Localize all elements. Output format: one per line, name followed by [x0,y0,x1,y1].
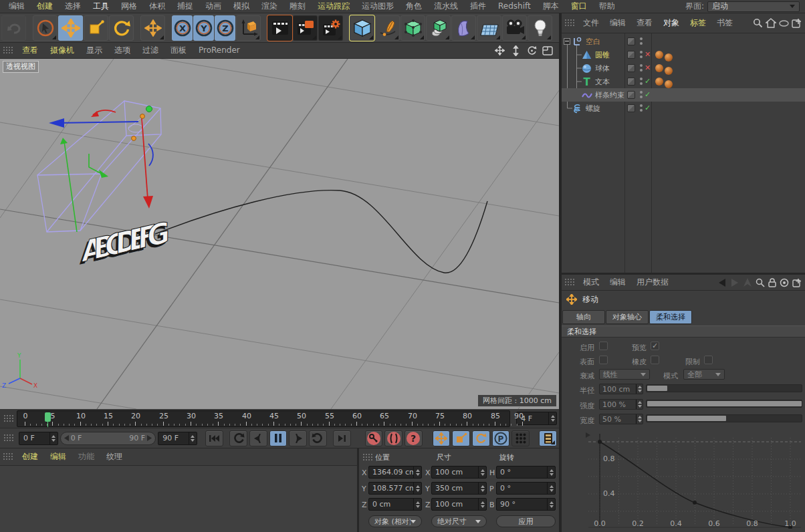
pos-x-field[interactable]: 1364.09 cm [368,466,422,479]
new-panel-icon[interactable] [792,18,802,28]
record-position-toggle[interactable] [433,430,451,446]
lock-x-axis-button[interactable]: X [172,15,193,41]
tag-icon[interactable] [665,67,673,75]
editor-visibility-dot[interactable] [640,64,643,67]
menubar-item-help[interactable]: 帮助 [593,0,621,13]
menubar-item-motion-tracker[interactable]: 运动跟踪 [312,0,356,13]
home-icon[interactable] [766,18,776,28]
radius-field[interactable]: 100 cm [599,384,643,394]
width-field[interactable]: 50 % [599,414,643,424]
tag-icon[interactable] [655,78,663,86]
om-menu-edit[interactable]: 编辑 [604,17,631,29]
arrow-icon[interactable] [743,278,752,287]
toggle-views-icon[interactable] [540,45,555,57]
menubar-item-character[interactable]: 角色 [400,0,428,13]
render-visibility-dot[interactable] [640,42,643,45]
previous-frame-button[interactable] [249,430,267,446]
axis-gizmo[interactable] [49,106,153,233]
timeline-playhead[interactable] [45,412,51,422]
record-scale-toggle[interactable] [452,430,470,446]
record-parameter-toggle[interactable]: P [492,430,510,446]
am-menu-user-data[interactable]: 用户数据 [631,276,674,289]
menubar-item-plugins[interactable]: 插件 [464,0,492,13]
spinner[interactable] [548,412,556,424]
pan-view-icon[interactable] [492,45,507,57]
timeline-ruler[interactable]: 0 5 10 15 20 25 30 35 40 45 50 55 60 65 … [17,410,510,427]
object-row-null[interactable]: 空白 [562,35,805,48]
panel-grip-icon[interactable] [564,278,575,287]
spinner[interactable] [547,499,555,510]
search-icon[interactable] [753,18,763,28]
layer-chip[interactable] [627,91,635,99]
layer-chip[interactable] [627,64,635,72]
panel-grip-icon[interactable] [3,434,14,442]
rot-p-field[interactable]: 0 ° [496,482,556,495]
scale-tool-button[interactable] [84,15,108,41]
layer-chip[interactable] [627,37,635,45]
panel-grip-icon[interactable] [3,452,13,461]
layer-chip[interactable] [627,78,635,86]
falloff-curve[interactable] [600,442,790,527]
subdivision-surface-button[interactable] [400,15,425,41]
menubar-item-create[interactable]: 创建 [31,0,59,13]
menubar-item-mesh[interactable]: 网格 [115,0,143,13]
spinner[interactable] [413,483,421,494]
render-to-picture-viewer-button[interactable] [293,15,318,41]
previous-key-button[interactable] [229,430,247,446]
target-icon[interactable] [780,278,789,287]
preview-range-slider[interactable]: 0 F 90 F [60,432,156,445]
new-panel-icon[interactable] [792,278,802,287]
vp-menu-cameras[interactable]: 摄像机 [44,44,80,57]
spinner[interactable] [478,499,486,510]
scale-handle[interactable] [146,106,152,112]
end-frame-field[interactable]: 90 F [158,432,197,445]
om-menu-file[interactable]: 文件 [578,17,604,29]
tag-icon[interactable] [665,53,673,61]
editor-visibility-dot[interactable] [640,91,643,94]
tab-object-axis[interactable]: 对象轴心 [606,310,649,324]
object-row-cone[interactable]: 圆锥 ✕ [562,48,805,61]
om-menu-tags[interactable]: 标签 [685,17,711,29]
enabled-toggle[interactable]: ✕ [645,63,651,72]
vp-menu-display[interactable]: 显示 [80,44,108,57]
lock-icon[interactable] [768,278,776,287]
menubar-item-simulate[interactable]: 模拟 [227,0,255,13]
pos-z-field[interactable]: 0 cm [368,498,422,511]
menubar-item-volume[interactable]: 体积 [143,0,171,13]
strength-slider[interactable] [646,400,802,408]
spinner[interactable] [478,467,486,478]
go-to-end-button[interactable] [333,430,351,446]
panel-grip-icon[interactable] [3,46,13,55]
live-selection-button[interactable] [33,15,58,41]
menubar-item-select[interactable]: 选择 [59,0,87,13]
object-row-text[interactable]: T 文本 ✓ [562,75,805,88]
tag-icon[interactable] [665,80,673,88]
next-frame-button[interactable] [289,430,307,446]
undo-button[interactable] [1,15,26,41]
menubar-item-sculpt[interactable]: 雕刻 [283,0,312,13]
generators-button[interactable] [426,15,451,41]
falloff-curve-graph[interactable]: 0.8 0.4 0.0 0.2 0.4 0.6 0.8 1.0 [562,428,805,529]
history-back-icon[interactable] [717,279,727,287]
spinner[interactable] [189,432,197,444]
origin-handle[interactable] [140,114,145,119]
render-visibility-dot[interactable] [640,55,643,58]
om-menu-bookmarks[interactable]: 书签 [711,17,738,29]
add-cube-button[interactable] [350,15,374,41]
vp-menu-panel[interactable]: 面板 [164,44,193,57]
collapse-expander[interactable] [564,38,570,45]
floor-environment-button[interactable] [477,15,501,41]
size-x-field[interactable]: 100 cm [431,466,487,479]
rubber-checkbox[interactable] [651,356,659,364]
mode-dropdown[interactable]: 全部 [683,369,725,380]
layer-chip[interactable] [627,51,635,59]
om-menu-view[interactable]: 查看 [631,17,658,29]
am-menu-mode[interactable]: 模式 [578,276,604,289]
radius-slider[interactable] [646,384,802,392]
surface-checkbox[interactable] [599,356,608,364]
menubar-item-snap[interactable]: 捕捉 [171,0,199,13]
z-axis-arrow[interactable] [143,196,153,209]
tag-icon[interactable] [655,51,663,59]
spinner[interactable] [413,467,421,478]
enabled-toggle[interactable]: ✓ [645,77,651,86]
